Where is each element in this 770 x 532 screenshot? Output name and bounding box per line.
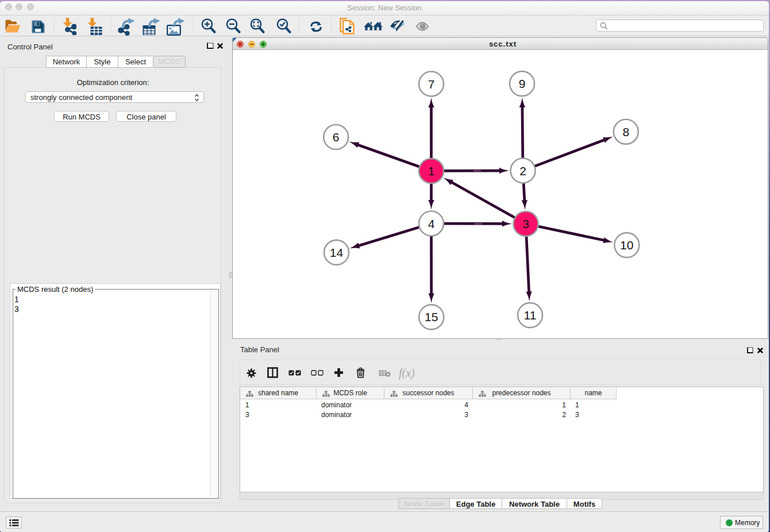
svg-text:11: 11 xyxy=(524,309,537,322)
svg-text:4: 4 xyxy=(428,217,435,230)
svg-text:6: 6 xyxy=(333,130,340,144)
svg-text:8: 8 xyxy=(622,125,629,138)
svg-text:7: 7 xyxy=(428,78,435,91)
svg-text:10: 10 xyxy=(620,238,633,252)
svg-text:14: 14 xyxy=(330,246,344,259)
svg-text:1: 1 xyxy=(428,164,435,178)
svg-text:9: 9 xyxy=(519,77,526,90)
svg-text:15: 15 xyxy=(425,310,438,323)
svg-text:3: 3 xyxy=(522,217,529,230)
svg-text:2: 2 xyxy=(519,164,526,178)
